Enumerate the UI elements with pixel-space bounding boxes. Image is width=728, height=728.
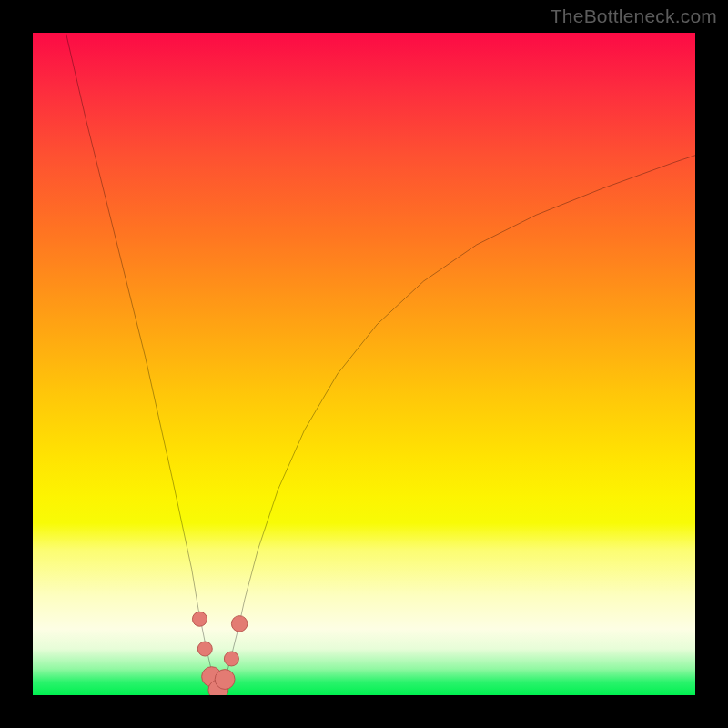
chart-overlay: [33, 33, 695, 695]
curve-marker: [197, 642, 212, 656]
curve-marker: [192, 612, 207, 626]
chart-frame: TheBottleneck.com: [0, 0, 728, 728]
watermark-label: TheBottleneck.com: [551, 5, 717, 27]
curve-marker: [215, 670, 235, 690]
curve-marker: [231, 616, 247, 632]
marker-group: [192, 612, 247, 695]
curve-marker: [224, 652, 238, 666]
curve-path: [66, 33, 695, 690]
plot-area: [33, 33, 695, 695]
